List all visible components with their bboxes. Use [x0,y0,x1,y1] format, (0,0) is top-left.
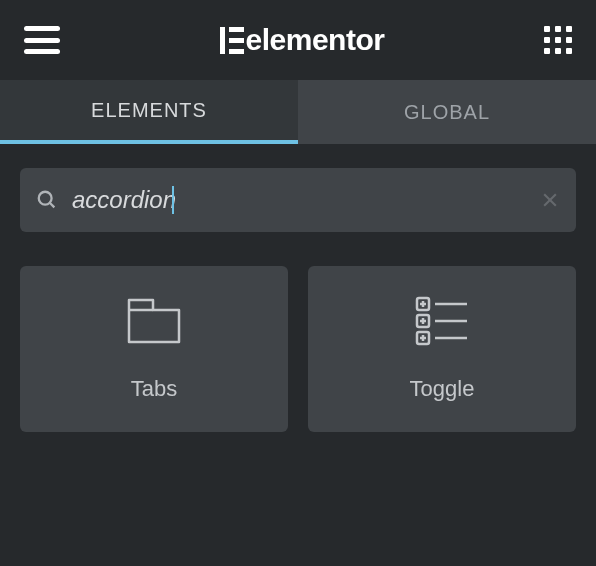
tab-elements-label: ELEMENTS [91,99,207,122]
widget-list: Tabs Toggle [20,266,576,432]
panel-content: accordion Tabs [0,144,596,456]
search-value: accordion [72,186,176,214]
tab-global[interactable]: GLOBAL [298,80,596,144]
search-icon [36,189,58,211]
tabs-icon [127,296,181,346]
menu-icon[interactable] [24,26,60,54]
clear-icon[interactable] [540,190,560,210]
tab-elements[interactable]: ELEMENTS [0,80,298,144]
search-input[interactable]: accordion [72,186,526,214]
text-cursor [172,186,174,214]
svg-rect-1 [229,27,244,32]
svg-rect-2 [229,38,244,43]
svg-rect-3 [229,49,244,54]
svg-rect-0 [220,27,225,54]
widget-tabs-label: Tabs [131,376,177,402]
apps-icon[interactable] [544,26,572,54]
widget-toggle[interactable]: Toggle [308,266,576,432]
brand-text: elementor [246,23,385,57]
svg-line-5 [50,203,55,208]
toggle-icon [415,296,469,346]
svg-point-4 [39,192,52,205]
panel-header: elementor [0,0,596,80]
brand-logo: elementor [220,23,385,57]
tab-global-label: GLOBAL [404,101,490,124]
widget-toggle-label: Toggle [410,376,475,402]
widget-tabs[interactable]: Tabs [20,266,288,432]
elementor-mark-icon [220,27,244,54]
search-bar: accordion [20,168,576,232]
panel-tabs: ELEMENTS GLOBAL [0,80,596,144]
